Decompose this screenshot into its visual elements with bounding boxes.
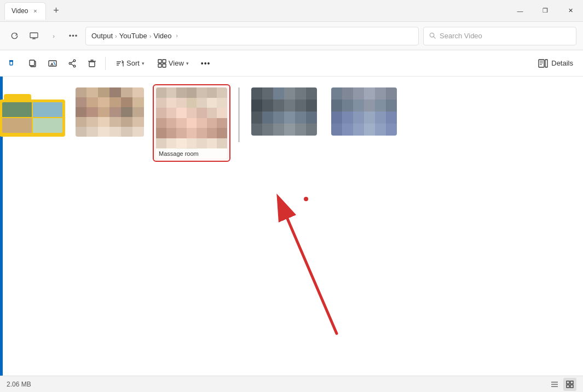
svg-rect-29	[545, 60, 547, 67]
svg-text:A: A	[50, 62, 54, 67]
delete-icon	[88, 59, 96, 68]
vertical-divider	[238, 87, 240, 142]
svg-line-4	[434, 37, 435, 38]
svg-line-15	[71, 61, 74, 63]
status-bar: 2.06 MB	[0, 376, 583, 392]
details-button[interactable]: Details	[533, 55, 579, 72]
share-icon	[68, 59, 77, 68]
svg-rect-8	[30, 60, 34, 66]
minimize-button[interactable]: —	[507, 0, 533, 22]
folder-item-1[interactable]	[0, 85, 65, 161]
sort-label: Sort	[126, 59, 140, 67]
view-button[interactable]: View ▾	[152, 56, 194, 71]
svg-rect-41	[570, 385, 573, 388]
svg-point-13	[73, 65, 76, 67]
tab-area: Video × +	[0, 2, 507, 20]
svg-rect-27	[163, 64, 166, 67]
breadcrumb-chevron[interactable]: ›	[176, 33, 177, 39]
maximize-button[interactable]: ❐	[533, 0, 558, 22]
new-tab-button[interactable]: +	[48, 3, 64, 19]
pin-icon	[9, 59, 18, 68]
search-box[interactable]: Search Video	[423, 27, 576, 45]
svg-rect-25	[163, 60, 166, 63]
svg-rect-24	[158, 60, 161, 63]
svg-point-12	[73, 60, 76, 62]
sort-button[interactable]: Sort ▾	[110, 56, 150, 71]
details-label: Details	[551, 59, 573, 67]
svg-rect-40	[567, 385, 569, 388]
tab-label: Video	[11, 7, 28, 15]
close-window-button[interactable]: ✕	[558, 0, 583, 22]
search-placeholder: Search Video	[440, 32, 482, 40]
svg-rect-0	[30, 33, 38, 38]
size-label: 2.06 MB	[7, 381, 31, 388]
toolbar-separator	[105, 57, 106, 70]
svg-rect-17	[89, 62, 95, 67]
svg-line-16	[71, 64, 74, 66]
thumb-item-4[interactable]	[328, 85, 400, 161]
copy-icon	[28, 59, 37, 68]
sort-chevron: ▾	[142, 61, 145, 66]
svg-line-11	[54, 62, 55, 65]
window-controls: — ❐ ✕	[507, 0, 583, 22]
breadcrumb-video[interactable]: Video	[153, 32, 171, 40]
thumb-item-3[interactable]	[249, 85, 320, 161]
delete-button[interactable]	[83, 56, 101, 71]
status-right	[548, 378, 576, 391]
svg-line-34	[287, 219, 337, 334]
current-tab[interactable]: Video ×	[4, 2, 46, 20]
svg-rect-39	[570, 381, 573, 384]
details-icon	[538, 58, 548, 68]
refresh-button[interactable]	[7, 28, 22, 44]
more-nav-button[interactable]: •••	[66, 28, 81, 44]
nav-arrow-right[interactable]: ›	[46, 28, 61, 44]
svg-point-14	[69, 62, 71, 65]
title-bar: Video × + — ❐ ✕	[0, 0, 583, 22]
search-icon	[429, 32, 436, 39]
thumb-item-1[interactable]	[74, 85, 145, 161]
grid-view-toggle[interactable]	[563, 378, 576, 391]
breadcrumb-output[interactable]: Output	[91, 32, 113, 40]
breadcrumb: Output › YouTube › Video ›	[85, 27, 419, 45]
breadcrumb-sep1: ›	[115, 33, 117, 39]
view-icon	[158, 59, 166, 68]
view-label: View	[169, 59, 184, 67]
file-grid: Massage room	[3, 77, 583, 376]
toolbar: A Sort ▾	[0, 50, 583, 77]
svg-rect-38	[567, 381, 569, 384]
address-bar: › ••• Output › YouTube › Video › Search …	[0, 22, 583, 50]
computer-icon-button[interactable]	[26, 28, 42, 44]
list-view-toggle[interactable]	[548, 378, 561, 391]
view-chevron: ▾	[186, 61, 189, 66]
share-button[interactable]	[64, 56, 81, 71]
pin-button[interactable]	[4, 56, 22, 71]
svg-rect-26	[158, 64, 161, 67]
rename-button[interactable]: A	[44, 56, 61, 71]
svg-rect-28	[539, 60, 544, 67]
breadcrumb-sep2: ›	[149, 33, 152, 39]
thumb-item-selected[interactable]: Massage room	[154, 85, 229, 161]
more-options-button[interactable]: •••	[197, 56, 215, 71]
svg-rect-6	[9, 60, 13, 62]
rename-icon: A	[48, 59, 57, 68]
svg-rect-5	[10, 61, 13, 65]
tab-close-button[interactable]: ×	[31, 7, 39, 15]
breadcrumb-youtube[interactable]: YouTube	[119, 32, 147, 40]
selected-file-label: Massage room	[159, 150, 199, 157]
copy-button[interactable]	[24, 56, 42, 71]
sort-icon	[116, 59, 124, 68]
arrow-annotation	[244, 186, 353, 339]
status-text: 2.06 MB	[7, 381, 31, 388]
content-area: Massage room	[0, 77, 583, 376]
